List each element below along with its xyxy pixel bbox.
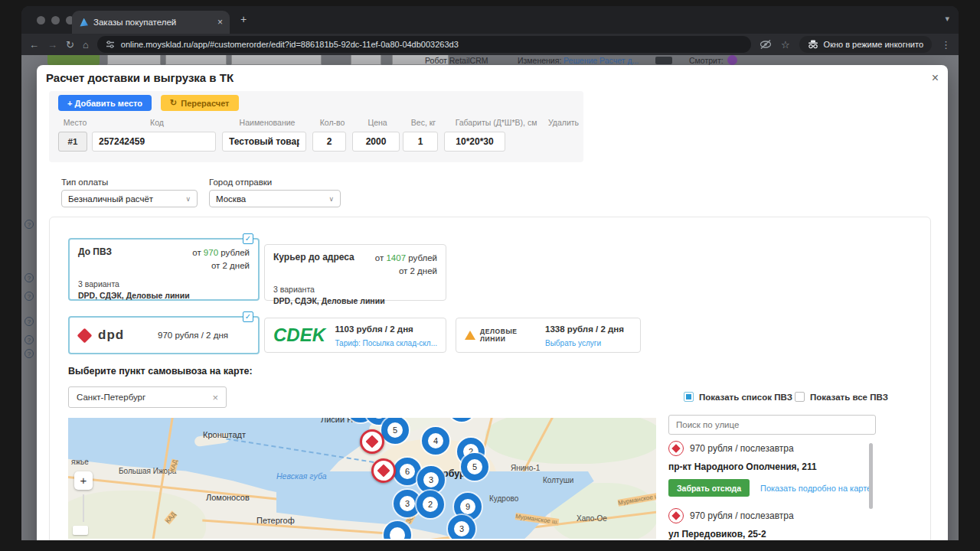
map-cluster-marker[interactable]: 5	[381, 418, 409, 444]
browser-menu-icon[interactable]: ⋮	[941, 39, 951, 51]
modal-title: Расчет доставки и выгрузка в ТК	[46, 71, 234, 84]
services-link[interactable]: Выбрать услуги	[545, 339, 601, 347]
carrier-price: 1338 рубля / 2 дня	[545, 324, 624, 334]
background-robot-label: Робот RetailCRM	[425, 56, 488, 65]
price-field[interactable]	[352, 132, 400, 152]
bookmark-star-icon[interactable]: ☆	[781, 40, 790, 50]
quantity-field[interactable]	[312, 132, 346, 152]
table-row: #1	[58, 132, 574, 152]
add-place-button[interactable]: + Добавить место	[58, 95, 152, 111]
pvz-delivery-card[interactable]: ✓ До ПВЗ от 970 рублейот 2 дней 3 вариан…	[68, 238, 260, 301]
pvz-list-item[interactable]: 970 рубля / послезавтра ул Передовиков, …	[668, 508, 872, 540]
dpd-cube-icon	[377, 465, 390, 478]
pvz-price: 970 рубля / послезавтра	[690, 510, 794, 521]
map-cluster-marker[interactable]: 2	[416, 491, 444, 518]
recalculate-button[interactable]: ↻Перерасчет	[161, 95, 239, 111]
browser-tab[interactable]: Заказы покупателей ×	[72, 11, 230, 34]
col-header-weight: Вес, кг	[403, 118, 444, 127]
background-changes-label: Изменения:	[518, 56, 561, 65]
background-help-icon: ?	[24, 292, 34, 301]
show-list-label: Показать список ПВЗ	[699, 393, 792, 402]
background-help-icon: ?	[24, 220, 34, 229]
payment-type-select[interactable]: Безналичный расчёт ∨	[61, 190, 198, 207]
delivery-options-container: ✓ До ПВЗ от 970 рублейот 2 дней 3 вариан…	[49, 217, 931, 540]
option-price: от 970 рублейот 2 дней	[192, 246, 250, 272]
show-all-checkbox-row[interactable]: Показать все ПВЗ	[795, 392, 888, 402]
incognito-icon	[808, 40, 818, 49]
show-all-checkbox[interactable]	[795, 392, 805, 402]
weight-field[interactable]	[403, 132, 438, 152]
dellin-carrier-card[interactable]: ДЕЛОВЫЕ ЛИНИИ 1338 рубля / 2 дня Выбрать…	[456, 318, 641, 353]
map-canvas[interactable]: + Лисий НосКронштадтяжьеБольшая ИжораКАД…	[68, 418, 656, 539]
site-settings-icon[interactable]	[106, 40, 115, 49]
map-dpd-marker[interactable]	[360, 429, 384, 454]
show-list-checkbox-row[interactable]: Показать список ПВЗ	[684, 392, 792, 402]
payment-type-value: Безналичный расчёт	[68, 194, 153, 204]
map-land	[68, 491, 206, 539]
clear-city-icon[interactable]: ×	[212, 392, 218, 403]
map-dpd-marker[interactable]	[371, 458, 396, 483]
browser-window: Заказы покупателей × + ▾ ← → ↻ ⌂ online.…	[21, 6, 959, 540]
option-variants: 3 варианта	[273, 285, 437, 294]
background-field	[165, 55, 227, 65]
address-bar[interactable]: online.moysklad.ru/app/#customerorder/ed…	[97, 36, 751, 53]
map-cluster-marker[interactable]: 4	[422, 427, 449, 455]
price-value: 1407	[386, 253, 406, 262]
map-cluster-marker[interactable]: 3	[417, 466, 445, 494]
tab-close-icon[interactable]: ×	[217, 17, 223, 28]
recalc-icon: ↻	[170, 98, 177, 108]
reload-icon[interactable]: ↻	[66, 40, 74, 50]
traffic-lights	[37, 16, 74, 24]
tab-search-chevron-icon[interactable]: ▾	[945, 14, 949, 24]
map-scale-ruler	[73, 526, 88, 535]
new-tab-button[interactable]: +	[240, 13, 247, 25]
carrier-price: 1103 рубля / 2 дня	[335, 324, 413, 334]
take-from-here-button[interactable]: Забрать отсюда	[668, 479, 750, 497]
show-on-map-link[interactable]: Показать подробно на карте	[760, 484, 871, 493]
pvz-list: 970 рубля / послезавтра пр-кт Народного …	[668, 441, 872, 540]
home-icon[interactable]: ⌂	[83, 40, 89, 50]
dpd-carrier-card[interactable]: ✓ dpd 970 рубля / 2 дня	[68, 316, 260, 354]
origin-city-select[interactable]: Москва ∨	[209, 190, 341, 207]
show-all-label: Показать все ПВЗ	[810, 393, 888, 402]
recalc-label: Перерасчет	[181, 99, 229, 108]
name-field[interactable]	[222, 132, 306, 152]
background-avatar	[727, 55, 737, 65]
minimize-window-button[interactable]	[51, 16, 60, 24]
option-title: До ПВЗ	[78, 246, 112, 272]
incognito-badge: Окно в режиме инкогнито	[799, 36, 932, 53]
show-list-checkbox[interactable]	[684, 392, 694, 402]
option-variants: 3 варианта	[78, 279, 250, 289]
city-filter-input[interactable]: Санкт-Петербург ×	[68, 386, 227, 408]
forward-icon[interactable]: →	[47, 40, 57, 50]
page-viewport: Робот RetailCRM Изменения: Решение Расче…	[21, 55, 959, 540]
dimensions-field[interactable]	[444, 132, 505, 152]
back-icon[interactable]: ←	[29, 40, 39, 50]
courier-delivery-card[interactable]: Курьер до адреса от 1407 рублейот 2 дней…	[264, 244, 446, 301]
map-label: Хапо-Ое	[577, 514, 607, 523]
dpd-cube-icon	[671, 511, 680, 520]
option-carriers: DPD, СДЭК, Деловые линии	[273, 296, 437, 305]
map-zoom-slider[interactable]	[83, 494, 84, 522]
map-cluster-marker[interactable]: 3	[448, 515, 475, 539]
background-help-icon: ?	[24, 349, 34, 358]
pvz-list-scrollbar[interactable]	[869, 443, 873, 509]
cdek-carrier-card[interactable]: CDEK 1103 рубля / 2 дня Тариф: Посылка с…	[264, 318, 446, 353]
code-field[interactable]	[92, 132, 216, 152]
option-title: Курьер до адреса	[273, 252, 354, 277]
eye-off-icon[interactable]	[760, 39, 772, 50]
map-cluster-marker[interactable]: 5	[461, 453, 488, 481]
pvz-list-item[interactable]: 970 рубля / послезавтра пр-кт Народного …	[668, 441, 872, 497]
street-search-input[interactable]	[668, 415, 876, 435]
dpd-point-icon	[668, 441, 684, 456]
option-price: от 1407 рублейот 2 дней	[375, 252, 437, 277]
map-cluster-marker[interactable]	[448, 418, 475, 422]
close-window-button[interactable]	[37, 16, 45, 24]
selected-checkbox-icon[interactable]: ✓	[243, 311, 253, 322]
map-zoom-in-button[interactable]: +	[74, 471, 93, 490]
carrier-info: 1103 рубля / 2 дня Тариф: Посылка склад-…	[335, 321, 437, 349]
modal-close-icon[interactable]: ×	[932, 71, 939, 85]
tariff-link[interactable]: Тариф: Посылка склад-скл...	[335, 339, 437, 347]
selected-checkbox-icon[interactable]: ✓	[243, 233, 253, 244]
browser-toolbar: ← → ↻ ⌂ online.moysklad.ru/app/#customer…	[21, 34, 959, 55]
